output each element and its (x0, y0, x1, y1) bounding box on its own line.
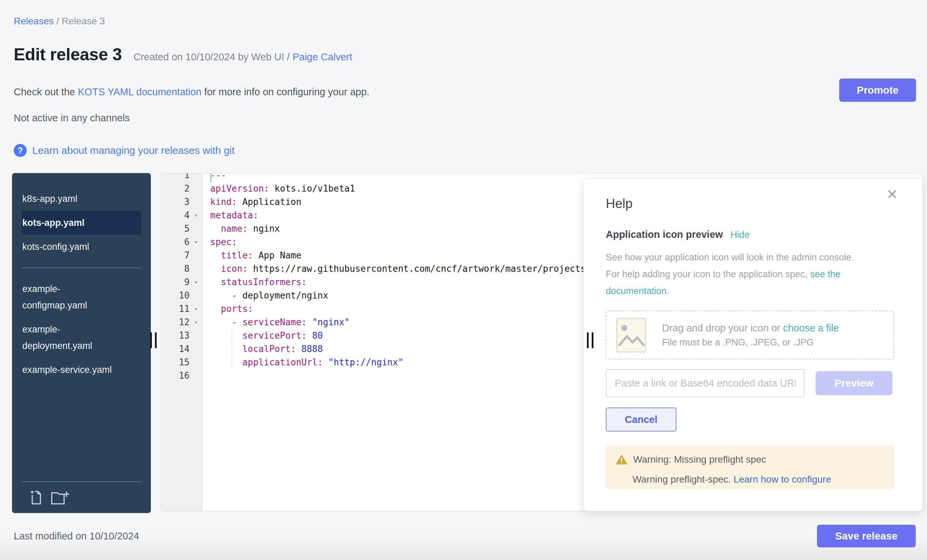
breadcrumb-current: Release 3 (62, 16, 105, 26)
channel-status: Not active in any channels (14, 112, 130, 124)
fold-spacer (190, 249, 203, 262)
line-number: 6 (161, 235, 190, 249)
help-panel: ✕ Help Application icon preview Hide See… (584, 178, 923, 511)
fold-spacer (190, 195, 203, 209)
image-placeholder-icon (616, 318, 646, 353)
promote-button[interactable]: Promote (839, 79, 916, 102)
question-circle-icon: ? (14, 144, 27, 157)
breadcrumb-separator: / (56, 16, 62, 26)
page-title: Edit release 3 (14, 44, 122, 64)
fold-spacer (190, 262, 203, 276)
line-number: 3 (161, 195, 190, 209)
icon-url-input[interactable] (606, 369, 805, 397)
line-number: 11 (161, 302, 190, 316)
save-release-button[interactable]: Save release (817, 525, 916, 547)
section-title: Application icon preview (606, 229, 723, 240)
fold-spacer (190, 342, 203, 356)
git-help-row: ? Learn about managing your releases wit… (14, 144, 234, 157)
line-number: 1 (161, 173, 190, 182)
breadcrumb: Releases / Release 3 (14, 16, 105, 27)
line-number: 16 (161, 369, 190, 382)
git-releases-link[interactable]: Learn about managing your releases with … (32, 145, 234, 156)
fold-spacer (190, 369, 203, 382)
hide-link[interactable]: Hide (731, 230, 750, 240)
icon-dropzone[interactable]: Drag and drop your icon or choose a file… (606, 311, 894, 360)
sidebar-item-example-configmap.yaml[interactable]: example-configmap.yaml (21, 277, 120, 317)
line-number: 2 (161, 182, 190, 195)
fold-spacer (190, 182, 203, 195)
fold-arrow-icon[interactable]: ▾ (190, 209, 203, 222)
warning-detail: Warning preflight-spec. Learn how to con… (632, 473, 884, 486)
add-folder-icon[interactable] (50, 490, 70, 505)
preflight-warning: Warning: Missing preflight spec Warning … (606, 445, 894, 489)
kots-yaml-doc-link[interactable]: KOTS YAML documentation (78, 87, 202, 97)
cancel-button[interactable]: Cancel (606, 407, 676, 431)
breadcrumb-releases-link[interactable]: Releases (14, 16, 54, 26)
text-cursor (211, 173, 211, 182)
warning-title: Warning: Missing preflight spec (633, 454, 766, 465)
fold-arrow-icon[interactable]: ▾ (190, 316, 203, 329)
fold-arrow-icon[interactable]: ▾ (190, 235, 203, 249)
sidebar-resize-handle[interactable] (150, 332, 157, 348)
help-description: See how your application icon will look … (606, 249, 866, 299)
learn-configure-link[interactable]: Learn how to configure (734, 474, 831, 485)
line-number: 10 (161, 289, 190, 302)
dropzone-text: Drag and drop your icon or choose a file… (662, 322, 839, 348)
line-number: 8 (161, 262, 190, 276)
icon-preview-section: Application icon preview Hide (606, 229, 922, 240)
close-icon[interactable]: ✕ (886, 187, 898, 201)
fold-spacer (190, 289, 203, 302)
add-file-icon[interactable] (29, 490, 43, 505)
line-number: 7 (161, 249, 190, 262)
sidebar-item-k8s-app.yaml[interactable]: k8s-app.yaml (21, 187, 120, 211)
help-panel-resize-handle[interactable] (587, 332, 594, 348)
line-number: 4 (161, 209, 190, 222)
fold-spacer (190, 329, 203, 342)
file-list: k8s-app.yamlkots-app.yamlkots-config.yam… (21, 187, 141, 382)
sidebar-footer (21, 481, 141, 513)
author-link[interactable]: Paige Calvert (292, 52, 352, 62)
doc-line: Check out the KOTS YAML documentation fo… (14, 87, 369, 98)
warning-triangle-icon (615, 454, 628, 465)
preview-button[interactable]: Preview (816, 371, 892, 395)
fold-spacer (190, 356, 203, 369)
line-number: 5 (161, 222, 190, 235)
icon-url-row: Preview (606, 369, 922, 397)
sidebar-item-kots-config.yaml[interactable]: kots-config.yaml (21, 235, 120, 259)
dropzone-hint: File must be a .PNG, .JPEG, or .JPG (662, 337, 839, 348)
file-sidebar: k8s-app.yamlkots-app.yamlkots-config.yam… (12, 173, 151, 513)
page: Releases / Release 3 Edit release 3 Crea… (0, 0, 927, 560)
help-title: Help (606, 196, 922, 211)
line-number: 15 (161, 356, 190, 369)
sidebar-item-example-deployment.yaml[interactable]: example-deployment.yaml (21, 317, 120, 358)
line-number: 14 (161, 342, 190, 356)
last-modified: Last modified on 10/10/2024 (14, 531, 139, 542)
sidebar-divider (21, 268, 141, 268)
fold-spacer (190, 173, 203, 182)
fold-arrow-icon[interactable]: ▾ (190, 302, 203, 316)
line-number: 12 (161, 316, 190, 329)
created-info: Created on 10/10/2024 by Web UI / Paige … (133, 52, 352, 63)
sidebar-item-example-service.yaml[interactable]: example-service.yaml (21, 358, 120, 382)
choose-file-link[interactable]: choose a file (783, 322, 839, 334)
line-number: 13 (161, 329, 190, 342)
fold-spacer (190, 222, 203, 235)
title-row: Edit release 3 Created on 10/10/2024 by … (14, 44, 352, 64)
sidebar-item-kots-app.yaml[interactable]: kots-app.yaml (21, 211, 141, 235)
line-number: 9 (161, 276, 190, 289)
indent-guide (232, 329, 232, 369)
fold-arrow-icon[interactable]: ▾ (190, 276, 203, 289)
